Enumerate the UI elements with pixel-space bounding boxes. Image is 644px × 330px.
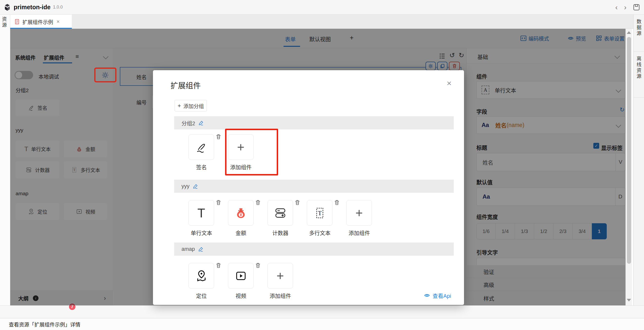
tab-close-icon[interactable]: × — [56, 19, 60, 25]
svg-text:¥: ¥ — [240, 213, 242, 217]
nav-forward-button[interactable]: › — [624, 4, 626, 11]
right-rail-datasource-tab[interactable]: 数据源 — [634, 15, 644, 52]
highlight-box-add-component — [225, 129, 278, 175]
edit-group-name-icon[interactable] — [193, 184, 198, 189]
modal-close-icon[interactable]: × — [447, 79, 452, 87]
app-header: primeton-ide 1.0.0 ‹ › — [0, 0, 644, 15]
left-rail: 资源 — [0, 15, 10, 318]
properties-scrollbar[interactable] — [626, 29, 632, 305]
modal-group-header: amap — [174, 242, 454, 256]
app-window: primeton-ide 1.0.0 ‹ › 资源 扩展组件示例 × 表单 默认… — [0, 0, 644, 330]
modal-card-signature[interactable] — [188, 134, 214, 160]
save-button[interactable] — [633, 4, 640, 11]
extension-components-modal: 扩展组件 × + 添加分组 分组2 签名 + 添加组件 yyy — [153, 70, 464, 305]
delete-card-icon[interactable] — [334, 199, 340, 206]
modal-card-single-line-text[interactable]: T — [188, 200, 214, 226]
tab-extension-example[interactable]: 扩展组件示例 × — [10, 15, 72, 29]
status-text: 查看资源「扩展组件示例」详情 — [9, 320, 80, 328]
scrollbar-thumb[interactable] — [627, 37, 631, 264]
status-bar: 查看资源「扩展组件示例」详情 — [0, 318, 644, 330]
view-api-link[interactable]: 查看Api — [424, 291, 451, 299]
delete-card-icon[interactable] — [255, 262, 261, 269]
modal-card-multi-line-text[interactable]: T — [307, 200, 332, 226]
tab-label: 扩展组件示例 — [22, 18, 53, 25]
modal-card-add-component[interactable]: + — [268, 263, 293, 288]
add-group-button[interactable]: + 添加分组 — [175, 100, 207, 111]
edit-group-name-icon[interactable] — [198, 120, 204, 126]
modal-group-header: yyy — [174, 180, 454, 193]
right-rail: 数据源 离线资源 — [633, 15, 644, 318]
bottom-toolbar: 调试信息 问题 — [0, 305, 644, 318]
app-logo-icon — [4, 4, 11, 11]
modal-card-video[interactable] — [228, 263, 254, 288]
delete-card-icon[interactable] — [255, 199, 261, 206]
app-title: primeton-ide — [14, 4, 50, 11]
highlight-box-gear — [94, 68, 116, 82]
delete-card-icon[interactable] — [215, 262, 222, 269]
delete-card-icon[interactable] — [215, 134, 222, 140]
modal-card-location[interactable] — [188, 263, 214, 288]
nav-back-button[interactable]: ‹ — [615, 4, 618, 11]
scroll-down-icon[interactable] — [627, 299, 631, 301]
modal-card-add-component[interactable]: + — [346, 200, 372, 226]
modal-group-header: 分组2 — [174, 116, 454, 129]
app-version: 1.0.0 — [53, 5, 62, 10]
svg-text:T: T — [318, 210, 322, 217]
modal-card-amount[interactable]: ¥ — [228, 200, 254, 226]
edit-group-name-icon[interactable] — [198, 246, 204, 252]
document-icon — [14, 19, 20, 25]
right-rail-offline-resources-tab[interactable]: 离线资源 — [634, 52, 644, 98]
delete-card-icon[interactable] — [294, 199, 300, 206]
delete-card-icon[interactable] — [215, 199, 222, 206]
eye-icon — [424, 292, 430, 298]
document-tabbar — [0, 15, 644, 29]
scroll-up-icon[interactable] — [627, 31, 631, 34]
left-rail-resources-tab[interactable]: 资源 — [2, 17, 8, 28]
modal-title: 扩展组件 — [170, 80, 201, 90]
modal-card-label: 添加组件 — [335, 229, 384, 236]
modal-card-counter[interactable] — [268, 200, 293, 226]
modal-card-label: 添加组件 — [256, 291, 305, 299]
plus-icon: + — [178, 102, 181, 109]
